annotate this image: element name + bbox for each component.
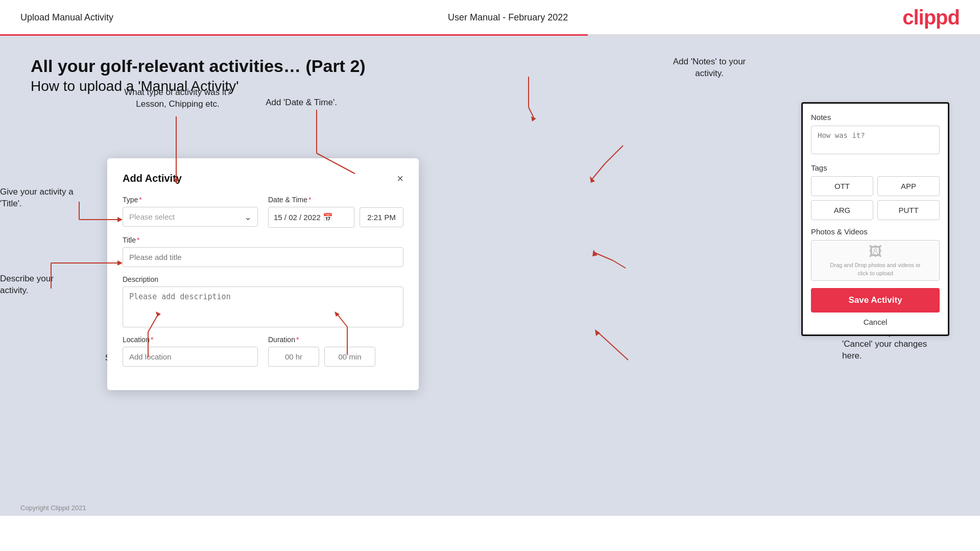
page-title: Upload Manual Activity [20,12,113,23]
tags-label: Tags [811,163,940,172]
date-time-row: 15 / 02 / 2022 📅 2:21 PM [268,207,403,228]
datetime-group: Date & Time* 15 / 02 / 2022 📅 2:21 PM [268,196,403,228]
photos-drop-zone[interactable]: 🖼 Drag and Drop photos and videos orclic… [811,240,940,281]
cancel-link[interactable]: Cancel [811,318,940,326]
duration-min-input[interactable] [324,347,375,367]
annot-title: Give your activity a 'Title'. [0,186,82,210]
annot-description: Describe your activity. [0,273,82,297]
annot-type: What type of activity was it? Lesson, Ch… [111,87,244,110]
manual-date: User Manual - February 2022 [448,12,568,23]
date-value: 15 / 02 / 2022 [274,213,321,222]
calendar-icon: 📅 [323,212,333,222]
type-select-wrapper: Please select ⌄ [123,207,258,227]
description-group: Description [123,275,403,327]
photos-placeholder-text: Drag and Drop photos and videos orclick … [830,261,920,277]
copyright: Copyright Clippd 2021 [20,504,86,512]
svg-line-19 [529,107,534,117]
title-group: Title* [123,236,403,267]
duration-label: Duration* [268,336,403,344]
save-activity-button[interactable]: Save Activity [811,288,940,313]
modal-close-button[interactable]: × [397,173,403,184]
phone-panel: Notes Tags OTT APP ARG PUTT Photos & Vid… [801,102,949,336]
main-content: All your golf-relevant activities… (Part… [0,36,980,516]
svg-marker-20 [531,116,536,122]
title-field-label: Title* [123,236,403,244]
panel-inner: Notes Tags OTT APP ARG PUTT Photos & Vid… [811,113,940,326]
top-bar: Upload Manual Activity User Manual - Feb… [0,0,980,29]
description-label: Description [123,275,403,283]
svg-line-24 [613,260,626,268]
svg-marker-28 [595,329,600,336]
add-activity-modal: Add Activity × Type* Please select ⌄ Dat… [107,158,419,390]
svg-line-22 [592,163,605,179]
duration-hr-input[interactable] [268,347,319,367]
type-label: Type* [123,196,258,204]
tags-grid: OTT APP ARG PUTT [811,176,940,220]
modal-title: Add Activity [123,173,182,184]
svg-marker-26 [592,250,597,256]
type-select[interactable]: Please select [123,207,258,227]
tag-arg[interactable]: ARG [811,200,873,220]
notes-label: Notes [811,113,940,122]
annot-datetime: Add 'Date & Time'. [245,97,357,109]
location-group: Location* [123,336,258,367]
location-duration-row: Location* Duration* [123,336,403,367]
time-input[interactable]: 2:21 PM [360,207,403,227]
type-group: Type* Please select ⌄ [123,196,258,228]
modal-header: Add Activity × [123,173,403,184]
logo: clippd [902,6,960,29]
svg-line-21 [605,146,623,163]
datetime-label: Date & Time* [268,196,403,204]
svg-line-27 [597,332,628,360]
description-textarea[interactable] [123,286,403,327]
duration-inputs [268,347,403,367]
tag-putt[interactable]: PUTT [877,200,940,220]
location-input[interactable] [123,347,258,367]
duration-group: Duration* [268,336,403,367]
tag-app[interactable]: APP [877,176,940,196]
type-datetime-row: Type* Please select ⌄ Date & Time* 15 / … [123,196,403,228]
annot-notes: Add 'Notes' to your activity. [653,56,766,80]
time-value: 2:21 PM [367,213,396,222]
photo-icon: 🖼 [869,244,882,259]
location-label: Location* [123,336,258,344]
date-input[interactable]: 15 / 02 / 2022 📅 [268,207,354,228]
tag-ott[interactable]: OTT [811,176,873,196]
page-heading: All your golf-relevant activities… (Part… [31,56,949,76]
svg-line-25 [595,253,613,260]
photos-label: Photos & Videos [811,227,940,236]
title-input[interactable] [123,247,403,267]
svg-marker-23 [590,176,595,183]
notes-textarea[interactable] [811,126,940,154]
